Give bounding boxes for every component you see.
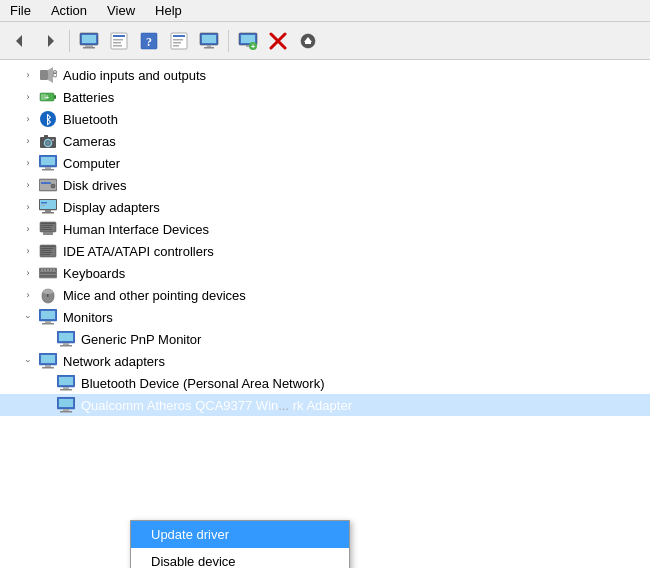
menu-view[interactable]: View — [97, 1, 145, 20]
svg-rect-64 — [41, 225, 53, 226]
tree-item-keyboards[interactable]: › Keyboards — [0, 262, 650, 284]
svg-rect-92 — [63, 343, 69, 345]
expand-disk[interactable]: › — [18, 180, 38, 190]
svg-rect-50 — [42, 169, 54, 171]
tree-item-batteries[interactable]: › + Batteries — [0, 86, 650, 108]
main-content: › Audio inputs and outputs › + — [0, 60, 650, 568]
svg-rect-85 — [43, 289, 53, 294]
cameras-label: Cameras — [63, 134, 116, 149]
tree-item-computer[interactable]: › Computer — [0, 152, 650, 174]
tree-item-cameras[interactable]: › Cameras — [0, 130, 650, 152]
audio-icon — [38, 65, 58, 85]
tree-item-qualcomm[interactable]: Qualcomm Atheros QCA9377 Win... rk Adapt… — [0, 394, 650, 416]
back-button[interactable] — [6, 27, 34, 55]
expand-cameras[interactable]: › — [18, 136, 38, 146]
svg-rect-45 — [44, 135, 48, 138]
tree-item-disk[interactable]: › Disk drives — [0, 174, 650, 196]
expand-generic-pnp — [36, 334, 56, 344]
menu-file[interactable]: File — [0, 1, 41, 20]
menu-help[interactable]: Help — [145, 1, 192, 20]
expand-keyboards[interactable]: › — [18, 268, 38, 278]
svg-rect-9 — [113, 42, 121, 44]
expand-monitors[interactable]: › — [23, 307, 33, 327]
tree-item-generic-pnp[interactable]: Generic PnP Monitor — [0, 328, 650, 350]
sep1 — [69, 30, 70, 52]
properties2-button[interactable] — [165, 27, 193, 55]
svg-rect-4 — [85, 45, 93, 47]
network-icon — [38, 351, 58, 371]
svg-rect-101 — [60, 389, 72, 391]
add-button[interactable]: + — [234, 27, 262, 55]
tree-item-bluetooth-device[interactable]: Bluetooth Device (Personal Area Network) — [0, 372, 650, 394]
tree-item-ide[interactable]: › IDE ATA/ATAPI controllers — [0, 240, 650, 262]
svg-rect-21 — [204, 47, 214, 49]
ide-label: IDE ATA/ATAPI controllers — [63, 244, 214, 259]
expand-computer[interactable]: › — [18, 158, 38, 168]
tree-item-hid[interactable]: › Human Interface Devices — [0, 218, 650, 240]
expand-mice[interactable]: › — [18, 290, 38, 300]
computer-label: Computer — [63, 156, 120, 171]
tree-item-display[interactable]: › Display adapters — [0, 196, 650, 218]
tree-item-bluetooth[interactable]: › ᛒ Bluetooth — [0, 108, 650, 130]
help-button[interactable]: ? — [135, 27, 163, 55]
menu-bar: File Action View Help — [0, 0, 650, 22]
svg-rect-70 — [41, 248, 53, 249]
svg-rect-37 — [54, 95, 56, 99]
svg-marker-33 — [48, 67, 53, 83]
tree-item-network[interactable]: › Network adapters — [0, 350, 650, 372]
display-label: Display adapters — [63, 200, 160, 215]
svg-rect-88 — [45, 321, 51, 323]
svg-rect-72 — [41, 252, 52, 253]
down-button[interactable] — [294, 27, 322, 55]
svg-rect-69 — [41, 246, 55, 247]
expand-batteries[interactable]: › — [18, 92, 38, 102]
svg-rect-16 — [173, 42, 181, 44]
expand-network[interactable]: › — [23, 351, 33, 371]
svg-rect-67 — [43, 232, 53, 235]
computer-button[interactable] — [75, 27, 103, 55]
monitors-label: Monitors — [63, 310, 113, 325]
qualcomm-label: Qualcomm Atheros QCA9377 Win... rk Adapt… — [81, 398, 352, 413]
svg-rect-14 — [173, 35, 185, 37]
expand-bluetooth[interactable]: › — [18, 114, 38, 124]
monitor-button[interactable] — [195, 27, 223, 55]
forward-button[interactable] — [36, 27, 64, 55]
remove-button[interactable] — [264, 27, 292, 55]
expand-ide[interactable]: › — [18, 246, 38, 256]
svg-marker-0 — [16, 35, 22, 47]
svg-marker-1 — [48, 35, 54, 47]
svg-rect-5 — [83, 47, 95, 49]
bluetooth-icon: ᛒ — [38, 109, 58, 129]
disk-icon — [38, 175, 58, 195]
qualcomm-icon — [56, 395, 76, 415]
context-menu-update-driver[interactable]: Update driver — [131, 521, 349, 548]
tree-item-audio[interactable]: › Audio inputs and outputs — [0, 64, 650, 86]
network-label: Network adapters — [63, 354, 165, 369]
svg-rect-82 — [53, 269, 55, 271]
expand-audio[interactable]: › — [18, 70, 38, 80]
battery-icon: + — [38, 87, 58, 107]
audio-label: Audio inputs and outputs — [63, 68, 206, 83]
tree-item-mice[interactable]: › Mice and other pointing devices — [0, 284, 650, 306]
ide-icon — [38, 241, 58, 261]
properties-button[interactable] — [105, 27, 133, 55]
expand-hid[interactable]: › — [18, 224, 38, 234]
tree-view[interactable]: › Audio inputs and outputs › + — [0, 60, 650, 568]
svg-rect-76 — [40, 272, 56, 274]
expand-display[interactable]: › — [18, 202, 38, 212]
mouse-icon — [38, 285, 58, 305]
context-menu-disable-device[interactable]: Disable device — [131, 548, 349, 568]
sep2 — [228, 30, 229, 52]
generic-pnp-icon — [56, 329, 76, 349]
svg-rect-105 — [60, 411, 72, 413]
svg-rect-53 — [41, 182, 51, 184]
svg-rect-61 — [41, 205, 45, 206]
display-icon — [38, 197, 58, 217]
disk-label: Disk drives — [63, 178, 127, 193]
tree-item-monitors[interactable]: › Monitors — [0, 306, 650, 328]
menu-action[interactable]: Action — [41, 1, 97, 20]
svg-rect-104 — [63, 409, 69, 411]
svg-rect-58 — [45, 210, 51, 212]
keyboard-icon — [38, 263, 58, 283]
svg-point-44 — [46, 141, 50, 145]
